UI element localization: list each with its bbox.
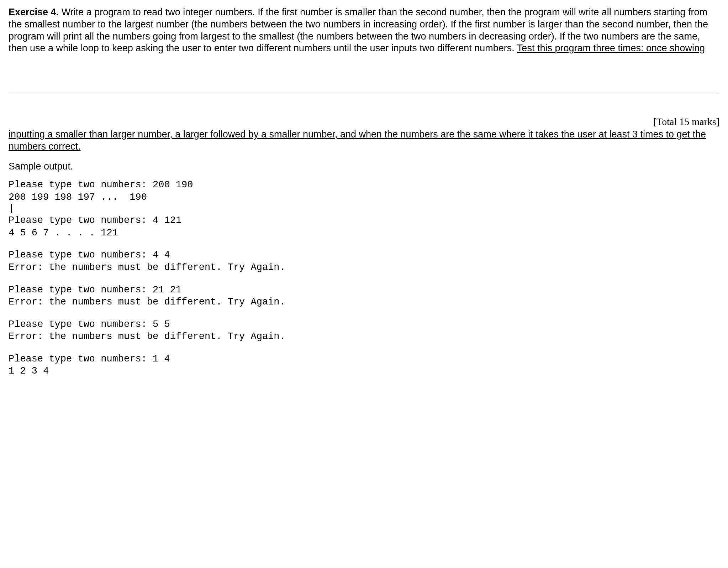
sample-run-5: Please type two numbers: 5 5 Error: the … xyxy=(9,318,719,343)
code-line: 200 199 198 197 ... 190 xyxy=(9,191,719,204)
sample-run-1: Please type two numbers: 200 190 200 199… xyxy=(9,179,719,239)
code-line: Please type two numbers: 5 5 xyxy=(9,318,719,331)
exercise-underlined-trail: Test this program three times: once show… xyxy=(517,43,705,53)
code-line: Please type two numbers: 1 4 xyxy=(9,353,719,365)
code-line: Error: the numbers must be different. Tr… xyxy=(9,296,719,308)
sample-output-label: Sample output. xyxy=(9,161,719,173)
exercise-label: Exercise 4. xyxy=(9,7,59,17)
code-line: Please type two numbers: 4 4 xyxy=(9,249,719,261)
total-marks: [Total 15 marks] xyxy=(9,115,719,128)
code-line: Error: the numbers must be different. Tr… xyxy=(9,261,719,274)
sample-run-6: Please type two numbers: 1 4 1 2 3 4 xyxy=(9,353,719,377)
page-divider xyxy=(9,94,719,94)
sample-run-3: Please type two numbers: 4 4 Error: the … xyxy=(9,249,719,273)
text-cursor-icon: | xyxy=(9,203,719,214)
sample-run-4: Please type two numbers: 21 21 Error: th… xyxy=(9,284,719,308)
exercise-paragraph: Exercise 4. Write a program to read two … xyxy=(9,6,719,54)
code-line: Error: the numbers must be different. Tr… xyxy=(9,330,719,343)
code-line: Please type two numbers: 21 21 xyxy=(9,284,719,296)
code-line: Please type two numbers: 4 121 xyxy=(9,214,719,227)
code-line: Please type two numbers: 200 190 xyxy=(9,179,719,191)
continuation-paragraph: inputting a smaller than larger number, … xyxy=(9,129,719,153)
code-line: 4 5 6 7 . . . . 121 xyxy=(9,227,719,239)
continuation-underlined: inputting a smaller than larger number, … xyxy=(9,129,706,152)
code-line: 1 2 3 4 xyxy=(9,365,719,377)
